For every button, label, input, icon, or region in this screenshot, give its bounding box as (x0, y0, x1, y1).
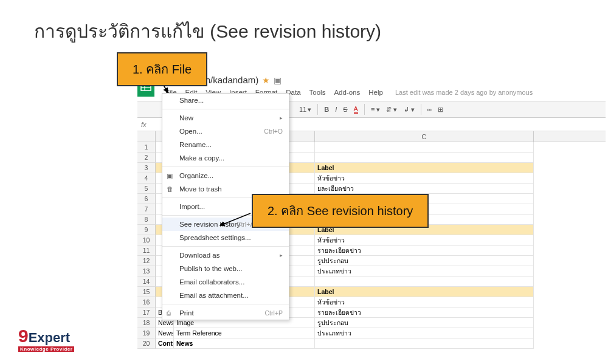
bold-button[interactable]: B (324, 106, 329, 113)
row-number[interactable]: 20 (137, 338, 156, 349)
menu-help[interactable]: Help (365, 88, 387, 97)
row-number[interactable]: 15 (137, 287, 156, 297)
menu-makecopy[interactable]: Make a copy... (162, 151, 289, 165)
folder-icon[interactable]: ▣ (274, 75, 282, 85)
row-number[interactable]: 5 (137, 184, 156, 194)
row-number[interactable]: 3 (137, 163, 156, 173)
menu-tools[interactable]: Tools (306, 88, 330, 97)
font-size-selector[interactable]: 11 ▾ (299, 106, 311, 114)
row-number[interactable]: 19 (137, 328, 156, 338)
menu-rename[interactable]: Rename... (162, 138, 289, 151)
chevron-right-icon: ▸ (280, 252, 283, 258)
fx-label: fx (141, 121, 153, 128)
last-edit-text: Last edit was made 2 days ago by anonymo… (392, 88, 536, 97)
menu-email-attach[interactable]: Email as attachment... (162, 289, 289, 302)
menu-download[interactable]: Download as▸ (162, 249, 289, 262)
row-number[interactable]: 9 (137, 225, 156, 235)
page-title: การดูประวัติการแก้ไข (See revision histo… (0, 0, 608, 46)
chevron-right-icon: ▸ (280, 115, 283, 121)
folder-icon: ▣ (167, 172, 173, 180)
row-number[interactable]: 4 (137, 173, 156, 184)
brand-logo: 9Expert Knowledge Provider (18, 326, 74, 352)
menu-organize[interactable]: ▣Organize... (162, 169, 289, 182)
row-number[interactable]: 18 (137, 318, 156, 328)
menu-addons[interactable]: Add-ons (330, 88, 364, 97)
star-icon[interactable]: ★ (262, 75, 270, 85)
comment-button[interactable]: ⊞ (438, 106, 443, 114)
row-number[interactable]: 2 (137, 153, 156, 163)
text-color-button[interactable]: A (354, 105, 358, 114)
menu-open[interactable]: Open...Ctrl+O (162, 125, 289, 138)
callout-click-file: 1. คลิก File (117, 52, 207, 86)
col-header-c[interactable]: C (315, 131, 534, 142)
row-number[interactable]: 12 (137, 256, 156, 266)
row-number[interactable]: 1 (137, 142, 156, 153)
align-button[interactable]: ≡ ▾ (371, 106, 380, 114)
menu-new[interactable]: New▸ (162, 111, 289, 125)
italic-button[interactable]: I (335, 106, 337, 113)
menu-share[interactable]: Share... (162, 94, 289, 107)
row-number[interactable]: 6 (137, 194, 156, 204)
row-number[interactable]: 13 (137, 266, 156, 276)
menu-spreadsheet-settings[interactable]: Spreadsheet settings... (162, 231, 289, 244)
menu-print[interactable]: ⎙PrintCtrl+P (162, 306, 289, 320)
row-number[interactable]: 16 (137, 297, 156, 307)
row-number[interactable]: 17 (137, 307, 156, 318)
table-row[interactable]: 19NewsTypeTerm Referenceประเภทข่าว (137, 328, 606, 338)
trash-icon: 🗑 (167, 185, 173, 193)
callout-click-revision: 2. คลิก See revision history (252, 194, 429, 228)
row-number[interactable]: 11 (137, 246, 156, 256)
row-number[interactable]: 10 (137, 235, 156, 246)
strike-button[interactable]: S (343, 106, 347, 113)
row-number[interactable]: 7 (137, 204, 156, 215)
menu-email-collab[interactable]: Email collaborators... (162, 275, 289, 289)
valign-button[interactable]: ⇵ ▾ (386, 106, 397, 114)
link-button[interactable]: ∞ (427, 106, 432, 113)
print-icon: ⎙ (167, 309, 171, 317)
row-number[interactable]: 8 (137, 215, 156, 225)
wrap-button[interactable]: ↲ ▾ (404, 106, 415, 114)
row-number[interactable]: 14 (137, 276, 156, 287)
table-row[interactable]: 20Content TypeNews (137, 338, 606, 349)
menu-publish[interactable]: Publish to the web... (162, 262, 289, 275)
